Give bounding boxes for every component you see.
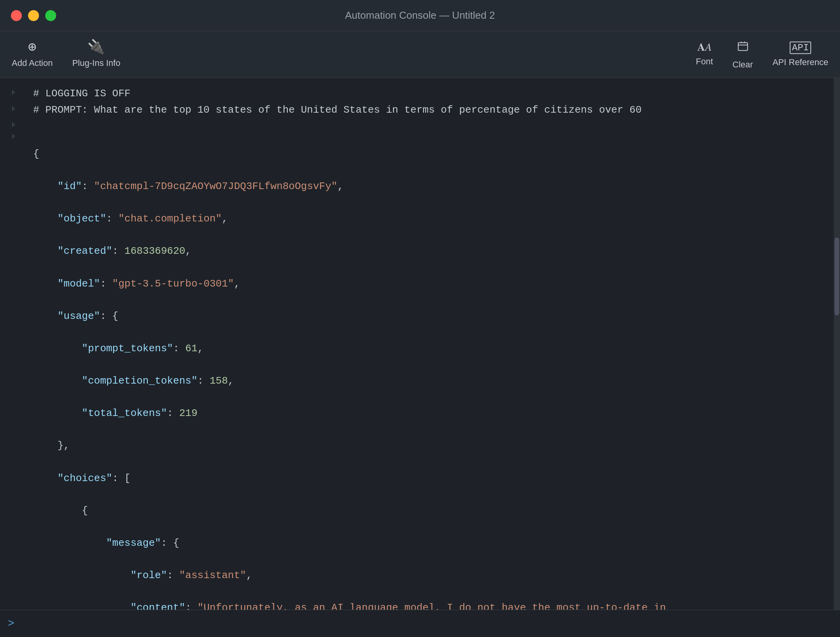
close-button[interactable] — [11, 10, 22, 21]
font-button[interactable]: 𝐀𝐴 Font — [696, 42, 713, 67]
command-input[interactable] — [21, 618, 832, 630]
api-reference-button[interactable]: API API Reference — [773, 42, 828, 67]
scrollbar-thumb[interactable] — [835, 237, 839, 315]
prompt-symbol: > — [8, 618, 14, 630]
clear-button[interactable]: Clear — [732, 39, 753, 69]
font-label: Font — [696, 57, 713, 67]
window-title: Automation Console — Untitled 2 — [345, 9, 495, 21]
logging-line: ⊧ # LOGGING IS OFF — [12, 86, 828, 102]
scrollbar-track[interactable] — [834, 78, 840, 610]
title-bar: Automation Console — Untitled 2 — [0, 0, 840, 31]
json-content: { "id": "chatcmpl-7D9cqZAOYwO7JDQ3FLfwn8… — [33, 130, 828, 610]
api-reference-icon: API — [790, 42, 811, 54]
traffic-lights — [11, 10, 56, 21]
add-action-button[interactable]: ⊕ Add Action — [12, 41, 53, 68]
gutter-logging: ⊧ — [12, 86, 33, 97]
gutter-prompt: ⊧ — [12, 102, 33, 114]
add-action-label: Add Action — [12, 58, 53, 68]
api-reference-label: API Reference — [773, 57, 828, 67]
toolbar-left: ⊕ Add Action 🔌 Plug-Ins Info — [12, 41, 121, 68]
plugins-icon: 🔌 — [87, 41, 105, 55]
toolbar: ⊕ Add Action 🔌 Plug-Ins Info 𝐀𝐴 Font Cle… — [0, 31, 840, 78]
gutter-json: ⊧ — [12, 130, 33, 142]
blank-line: ⊧ — [12, 118, 828, 130]
minimize-button[interactable] — [28, 10, 39, 21]
plugins-info-label: Plug-Ins Info — [72, 58, 121, 68]
font-icon: 𝐀𝐴 — [697, 42, 712, 53]
clear-label: Clear — [732, 59, 753, 69]
logging-text: # LOGGING IS OFF — [33, 86, 131, 102]
svg-rect-0 — [738, 42, 748, 50]
json-output: ⊧ { "id": "chatcmpl-7D9cqZAOYwO7JDQ3FLfw… — [12, 130, 828, 610]
gutter-blank: ⊧ — [12, 118, 33, 130]
maximize-button[interactable] — [45, 10, 56, 21]
toolbar-right: 𝐀𝐴 Font Clear API API Reference — [696, 39, 828, 69]
plugins-info-button[interactable]: 🔌 Plug-Ins Info — [72, 41, 121, 68]
clear-icon — [736, 39, 750, 56]
prompt-line: ⊧ # PROMPT: What are the top 10 states o… — [12, 102, 828, 119]
input-bar: > — [0, 610, 840, 637]
prompt-text: # PROMPT: What are the top 10 states of … — [33, 102, 642, 119]
content-area: ⊧ # LOGGING IS OFF ⊧ # PROMPT: What are … — [0, 78, 840, 610]
add-action-icon: ⊕ — [28, 41, 37, 55]
